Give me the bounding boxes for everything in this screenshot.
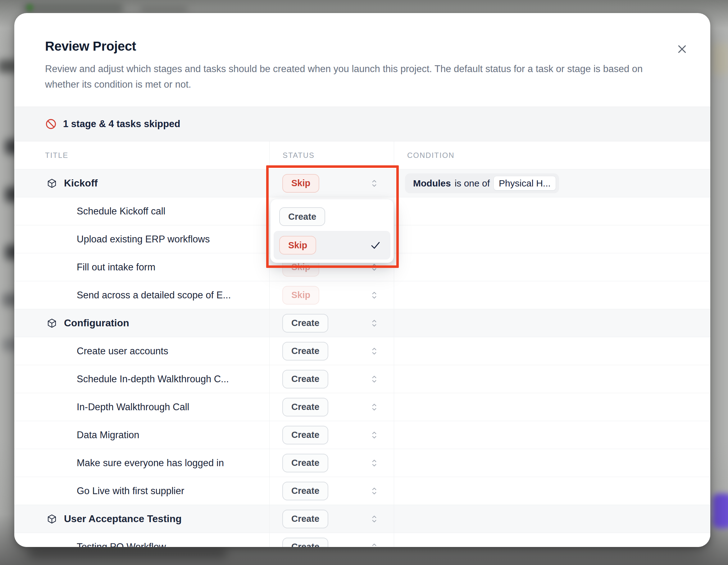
chevron-updown-icon: [370, 346, 378, 356]
row-title: Go Live with first supplier: [77, 485, 184, 497]
row-title: Kickoff: [64, 177, 98, 189]
status-select[interactable]: Create: [269, 505, 394, 533]
status-badge[interactable]: Create: [282, 426, 328, 444]
status-select[interactable]: Create: [269, 449, 394, 477]
chevron-updown-icon: [370, 374, 378, 384]
table-row: Make sure everyone has logged in Create: [14, 449, 710, 477]
table-row: User Acceptance Testing Create: [14, 505, 710, 533]
condition-operator: is one of: [455, 178, 490, 189]
close-icon: [675, 42, 689, 56]
row-title: Make sure everyone has logged in: [77, 458, 224, 469]
stage-cube-icon: [47, 178, 57, 189]
background-tab-blur: [22, 2, 123, 13]
status-badge[interactable]: Create: [282, 510, 328, 528]
background-element-blur: [711, 43, 728, 75]
chevron-updown-icon: [370, 514, 378, 524]
skipped-summary-banner: 1 stage & 4 tasks skipped: [14, 107, 710, 141]
row-title: Upload existing ERP workflows: [77, 234, 210, 245]
column-header-condition: CONDITION: [394, 141, 710, 169]
table-header-row: TITLE STATUS CONDITION: [14, 141, 710, 169]
status-select[interactable]: Create: [269, 477, 394, 505]
chevron-updown-icon: [370, 430, 378, 440]
chevron-updown-icon: [370, 290, 378, 300]
status-badge[interactable]: Create: [282, 370, 328, 389]
condition-field: Modules: [413, 178, 451, 189]
chevron-updown-icon: [370, 402, 378, 412]
row-title: Schedule In-depth Walkthrough C...: [77, 374, 229, 385]
status-badge[interactable]: Create: [282, 342, 328, 361]
modal-header: Review Project Review and adjust which s…: [14, 13, 710, 92]
background-tab-blur: [140, 2, 188, 12]
status-badge[interactable]: Create: [282, 454, 328, 472]
row-title: Testing PO Workflow: [77, 541, 166, 547]
chevron-updown-icon: [370, 178, 378, 188]
status-select[interactable]: Create: [269, 309, 394, 337]
status-select[interactable]: Create: [269, 337, 394, 365]
check-icon: [370, 239, 381, 251]
status-badge[interactable]: Skip: [279, 236, 316, 254]
status-select[interactable]: Skip: [269, 169, 394, 197]
chevron-updown-icon: [370, 458, 378, 468]
table-row: Go Live with first supplier Create: [14, 477, 710, 505]
row-title: Create user accounts: [77, 346, 168, 357]
table-row: In-Depth Walkthrough Call Create: [14, 393, 710, 421]
column-header-title: TITLE: [14, 141, 269, 169]
row-title: Fill out intake form: [77, 262, 155, 273]
table-row: Schedule In-depth Walkthrough C... Creat…: [14, 365, 710, 393]
row-title: Schedule Kickoff call: [77, 206, 165, 217]
condition-pill[interactable]: Modules is one of Physical H...: [405, 173, 559, 193]
skipped-summary-text: 1 stage & 4 tasks skipped: [63, 118, 180, 130]
condition-value-chip: Physical H...: [494, 176, 556, 190]
dropdown-option-create[interactable]: Create: [274, 202, 390, 231]
chevron-updown-icon: [370, 542, 378, 547]
stage-cube-icon: [47, 318, 57, 329]
status-badge[interactable]: Create: [282, 398, 328, 417]
row-title: Configuration: [64, 317, 129, 329]
page-title: Review Project: [45, 39, 680, 54]
chevron-updown-icon: [370, 318, 378, 328]
status-badge[interactable]: Create: [279, 207, 325, 226]
review-project-modal: Review Project Review and adjust which s…: [14, 13, 710, 547]
row-title: Data Migration: [77, 430, 139, 441]
close-button[interactable]: [673, 40, 691, 58]
modal-description: Review and adjust which stages and tasks…: [45, 61, 651, 92]
status-badge[interactable]: Create: [282, 314, 328, 333]
background-purple-button-blur: [712, 494, 728, 528]
prohibit-icon: [45, 118, 57, 130]
chevron-updown-icon: [370, 262, 378, 272]
background-tab-dot-blur: [26, 4, 34, 11]
status-select[interactable]: Create: [269, 533, 394, 547]
table-row: Data Migration Create: [14, 421, 710, 449]
stage-cube-icon: [47, 514, 57, 524]
table-row: Kickoff Skip Modules is one of Physical …: [14, 169, 710, 197]
status-select[interactable]: Create: [269, 365, 394, 393]
status-badge[interactable]: Create: [282, 482, 328, 500]
status-badge[interactable]: Create: [282, 538, 328, 547]
column-header-status: STATUS: [269, 141, 394, 169]
status-select[interactable]: Create: [269, 393, 394, 421]
table-row: Create user accounts Create: [14, 337, 710, 365]
background-shadow-blur: [28, 548, 227, 559]
chevron-updown-icon: [370, 486, 378, 496]
status-select[interactable]: Create: [269, 421, 394, 449]
row-title: Send across a detailed scope of E...: [77, 290, 231, 301]
status-select[interactable]: Skip: [269, 281, 394, 309]
row-title: User Acceptance Testing: [64, 513, 182, 525]
table-row: Send across a detailed scope of E... Ski…: [14, 281, 710, 309]
table-row: Configuration Create: [14, 309, 710, 337]
dropdown-option-skip[interactable]: Skip: [274, 231, 390, 259]
row-title: In-Depth Walkthrough Call: [77, 402, 189, 413]
status-badge[interactable]: Skip: [282, 286, 319, 305]
status-badge[interactable]: Skip: [282, 174, 319, 193]
status-dropdown-menu: Create Skip: [270, 199, 394, 263]
table-row: Testing PO Workflow Create: [14, 533, 710, 547]
